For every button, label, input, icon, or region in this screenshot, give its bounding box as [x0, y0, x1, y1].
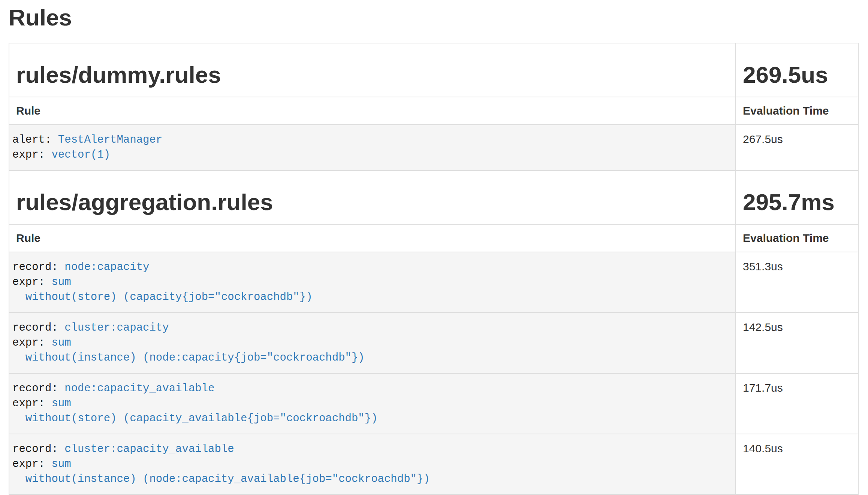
expr-keyword: expr:: [12, 337, 45, 349]
rule-name-link[interactable]: cluster:capacity: [64, 322, 169, 334]
rule-keyword: alert:: [12, 134, 51, 146]
rule-name-link[interactable]: node:capacity_available: [64, 382, 214, 395]
rule-expression-link[interactable]: sum: [51, 337, 71, 349]
rule-expression-link[interactable]: without(store) (capacity_available{job="…: [12, 412, 378, 425]
rule-cell: record: node:capacity expr: sum without(…: [9, 252, 736, 313]
rule-name-link[interactable]: cluster:capacity_available: [64, 443, 234, 455]
rule-file-title: rules/dummy.rules: [16, 62, 729, 88]
rule-file-title: rules/aggregation.rules: [16, 189, 729, 215]
rule-expression-link[interactable]: vector(1): [51, 149, 110, 161]
expr-keyword: expr:: [12, 149, 45, 161]
group-evaluation-time: 295.7ms: [743, 189, 851, 215]
rule-evaluation-time: 142.5us: [736, 313, 858, 373]
rule-name-link[interactable]: TestAlertManager: [58, 134, 162, 146]
rule-keyword: record:: [12, 443, 58, 455]
rules-table: rules/dummy.rules 269.5us Rule Evaluatio…: [9, 43, 859, 495]
group-evaluation-time-cell: 295.7ms: [736, 170, 858, 224]
rule-cell: alert: TestAlertManager expr: vector(1): [9, 125, 736, 170]
rule-definition: alert: TestAlertManager expr: vector(1): [12, 133, 729, 163]
rule-cell: record: cluster:capacity_available expr:…: [9, 434, 736, 495]
rule-keyword: record:: [12, 322, 58, 334]
rule-row: record: cluster:capacity expr: sum witho…: [9, 313, 858, 373]
rule-file-cell: rules/aggregation.rules: [9, 170, 736, 224]
rule-group-title-row: rules/aggregation.rules 295.7ms: [9, 170, 858, 224]
rule-name-link[interactable]: node:capacity: [64, 261, 149, 273]
rule-expression-link[interactable]: sum: [51, 276, 71, 288]
rule-row: record: node:capacity_available expr: su…: [9, 373, 858, 434]
time-column-header: Evaluation Time: [736, 224, 858, 252]
rule-keyword: record:: [12, 261, 58, 273]
rule-definition: record: cluster:capacity expr: sum witho…: [12, 321, 729, 365]
group-evaluation-time: 269.5us: [743, 62, 851, 88]
column-header-row: Rule Evaluation Time: [9, 224, 858, 252]
rule-group-title-row: rules/dummy.rules 269.5us: [9, 43, 858, 97]
rule-row: record: node:capacity expr: sum without(…: [9, 252, 858, 313]
expr-keyword: expr:: [12, 458, 45, 470]
rule-column-header: Rule: [9, 97, 736, 125]
rule-cell: record: node:capacity_available expr: su…: [9, 373, 736, 434]
rule-column-header: Rule: [9, 224, 736, 252]
rule-expression-link[interactable]: without(instance) (node:capacity_availab…: [12, 473, 430, 485]
rule-expression-link[interactable]: without(store) (capacity{job="cockroachd…: [12, 291, 313, 303]
rule-evaluation-time: 267.5us: [736, 125, 858, 170]
time-column-header: Evaluation Time: [736, 97, 858, 125]
rule-keyword: record:: [12, 382, 58, 395]
column-header-row: Rule Evaluation Time: [9, 97, 858, 125]
rule-expression-link[interactable]: sum: [51, 458, 71, 470]
rule-definition: record: node:capacity_available expr: su…: [12, 381, 729, 426]
expr-keyword: expr:: [12, 397, 45, 410]
rule-expression-link[interactable]: sum: [51, 397, 71, 410]
rule-row: record: cluster:capacity_available expr:…: [9, 434, 858, 495]
rule-definition: record: cluster:capacity_available expr:…: [12, 442, 729, 487]
expr-keyword: expr:: [12, 276, 45, 288]
rule-file-cell: rules/dummy.rules: [9, 43, 736, 97]
rule-cell: record: cluster:capacity expr: sum witho…: [9, 313, 736, 373]
rule-evaluation-time: 140.5us: [736, 434, 858, 495]
rule-row: alert: TestAlertManager expr: vector(1) …: [9, 125, 858, 170]
group-evaluation-time-cell: 269.5us: [736, 43, 858, 97]
rule-definition: record: node:capacity expr: sum without(…: [12, 260, 729, 305]
rule-evaluation-time: 351.3us: [736, 252, 858, 313]
page-title: Rules: [9, 6, 859, 29]
rule-evaluation-time: 171.7us: [736, 373, 858, 434]
rule-expression-link[interactable]: without(instance) (node:capacity{job="co…: [12, 352, 365, 364]
